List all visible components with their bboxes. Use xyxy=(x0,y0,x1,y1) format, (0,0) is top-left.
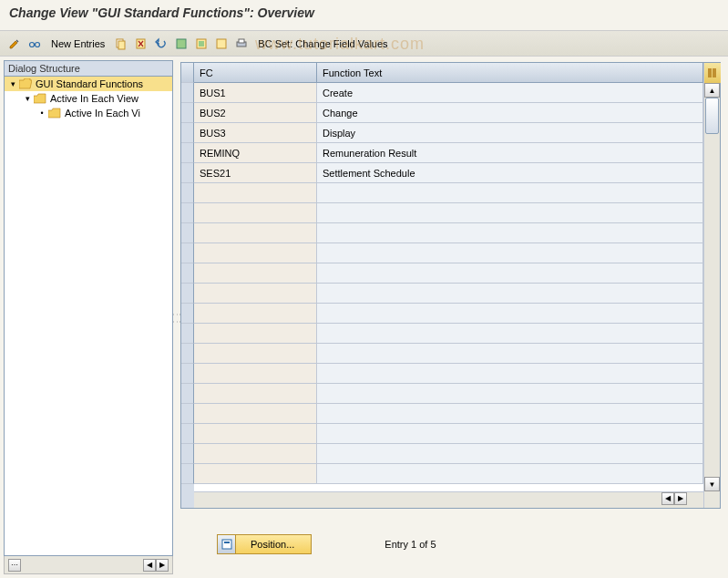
table-row[interactable] xyxy=(194,304,703,324)
cell-fc[interactable]: REMINQ xyxy=(194,143,317,163)
scroll-left-button[interactable]: ◀ xyxy=(661,492,674,505)
table-row[interactable] xyxy=(194,324,703,344)
scroll-down-button[interactable]: ▼ xyxy=(704,477,720,491)
cell-ft[interactable]: Change xyxy=(317,103,703,123)
glasses-icon[interactable] xyxy=(27,36,42,51)
table-row[interactable] xyxy=(194,364,703,384)
collapse-icon[interactable]: ▾ xyxy=(8,79,17,88)
cell-ft[interactable] xyxy=(317,223,703,243)
cell-fc[interactable] xyxy=(194,324,317,344)
table-row[interactable] xyxy=(194,444,703,464)
new-entries-button[interactable]: New Entries xyxy=(47,38,108,49)
cell-ft[interactable] xyxy=(317,304,703,324)
row-marker[interactable] xyxy=(181,444,194,464)
position-button[interactable]: Position... xyxy=(217,534,312,554)
select-all-marker[interactable] xyxy=(181,63,194,83)
table-row[interactable] xyxy=(194,424,703,444)
deselect-all-icon[interactable] xyxy=(214,36,229,51)
table-row[interactable] xyxy=(194,284,703,304)
cell-fc[interactable] xyxy=(194,223,317,243)
row-marker[interactable] xyxy=(181,284,194,304)
row-marker[interactable] xyxy=(181,324,194,344)
table-row[interactable]: BUS1Create xyxy=(194,83,703,103)
table-row[interactable] xyxy=(194,404,703,424)
row-marker[interactable] xyxy=(181,404,194,424)
scroll-track[interactable] xyxy=(704,98,720,477)
tree-node-child1[interactable]: ▾ Active In Each View xyxy=(5,91,172,106)
table-row[interactable] xyxy=(194,183,703,203)
cell-ft[interactable] xyxy=(317,263,703,284)
row-marker[interactable] xyxy=(181,183,194,203)
cell-fc[interactable] xyxy=(194,364,317,384)
row-marker[interactable] xyxy=(181,223,194,243)
cell-ft[interactable] xyxy=(317,444,703,464)
cell-fc[interactable] xyxy=(194,203,317,223)
row-marker[interactable] xyxy=(181,344,194,364)
cell-ft[interactable] xyxy=(317,364,703,384)
cell-ft[interactable] xyxy=(317,404,703,424)
cell-ft[interactable] xyxy=(317,324,703,344)
cell-ft[interactable] xyxy=(317,203,703,223)
table-config-icon[interactable] xyxy=(704,63,721,83)
delete-icon[interactable] xyxy=(134,36,149,51)
cell-fc[interactable]: BUS3 xyxy=(194,123,317,143)
row-marker[interactable] xyxy=(181,464,194,484)
cell-fc[interactable] xyxy=(194,424,317,444)
grip-icon[interactable]: ⋯ xyxy=(8,559,21,572)
cell-ft[interactable] xyxy=(317,384,703,404)
row-marker[interactable] xyxy=(181,424,194,444)
table-row[interactable] xyxy=(194,263,703,284)
table-row[interactable]: SES21Settlement Schedule xyxy=(194,163,703,183)
cell-ft[interactable]: Settlement Schedule xyxy=(317,163,703,183)
table-row[interactable]: REMINQRemuneration Result xyxy=(194,143,703,163)
row-marker[interactable] xyxy=(181,384,194,404)
table-row[interactable] xyxy=(194,243,703,263)
cell-ft[interactable] xyxy=(317,284,703,304)
select-block-icon[interactable] xyxy=(194,36,209,51)
column-header-function-text[interactable]: Function Text xyxy=(317,63,703,83)
cell-ft[interactable] xyxy=(317,243,703,263)
toggle-change-icon[interactable] xyxy=(7,36,22,51)
cell-ft[interactable] xyxy=(317,424,703,444)
cell-fc[interactable] xyxy=(194,284,317,304)
dialog-structure-tree[interactable]: ▾ GUI Standard Functions ▾ Active In Eac… xyxy=(4,77,173,556)
table-row[interactable] xyxy=(194,223,703,243)
bc-set-button[interactable]: BC Set: Change Field Values xyxy=(254,38,391,49)
cell-fc[interactable] xyxy=(194,344,317,364)
select-all-icon[interactable] xyxy=(174,36,189,51)
row-marker[interactable] xyxy=(181,263,194,284)
row-marker[interactable] xyxy=(181,203,194,223)
table-row[interactable]: BUS2Change xyxy=(194,103,703,123)
scroll-up-button[interactable]: ▲ xyxy=(704,83,720,98)
scroll-right-button[interactable]: ▶ xyxy=(674,492,687,505)
cell-fc[interactable]: BUS1 xyxy=(194,83,317,103)
row-marker[interactable] xyxy=(181,103,194,123)
table-row[interactable] xyxy=(194,464,703,484)
tree-node-child2[interactable]: • Active In Each Vi xyxy=(5,106,172,120)
scroll-thumb[interactable] xyxy=(705,98,719,134)
scroll-right-button[interactable]: ▶ xyxy=(156,559,169,572)
cell-ft[interactable] xyxy=(317,344,703,364)
undo-icon[interactable] xyxy=(154,36,169,51)
column-header-fc[interactable]: FC xyxy=(194,63,317,83)
table-row[interactable] xyxy=(194,384,703,404)
cell-fc[interactable] xyxy=(194,304,317,324)
row-marker[interactable] xyxy=(181,143,194,163)
cell-fc[interactable]: BUS2 xyxy=(194,103,317,123)
cell-fc[interactable] xyxy=(194,464,317,484)
cell-fc[interactable] xyxy=(194,384,317,404)
cell-ft[interactable]: Display xyxy=(317,123,703,143)
row-marker[interactable] xyxy=(181,243,194,263)
cell-fc[interactable] xyxy=(194,263,317,284)
cell-ft[interactable]: Create xyxy=(317,83,703,103)
tree-node-root[interactable]: ▾ GUI Standard Functions xyxy=(5,77,172,91)
table-row[interactable]: BUS3Display xyxy=(194,123,703,143)
cell-fc[interactable]: SES21 xyxy=(194,163,317,183)
scroll-left-button[interactable]: ◀ xyxy=(143,559,156,572)
table-row[interactable] xyxy=(194,344,703,364)
cell-ft[interactable]: Remuneration Result xyxy=(317,143,703,163)
table-row[interactable] xyxy=(194,203,703,223)
copy-icon[interactable] xyxy=(114,36,128,51)
row-marker[interactable] xyxy=(181,83,194,103)
cell-fc[interactable] xyxy=(194,444,317,464)
